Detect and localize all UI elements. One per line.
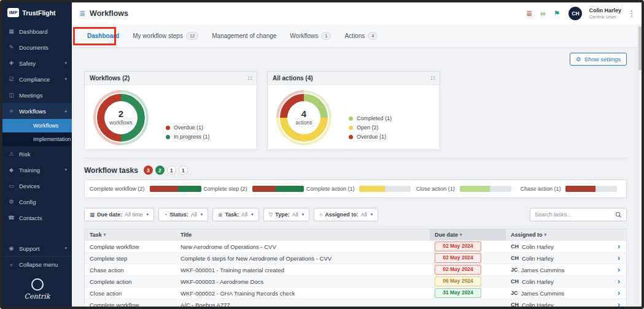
progress-bar	[565, 186, 617, 192]
sidebar-item-documents[interactable]: Documents	[2, 39, 72, 55]
user-role: Centrik User	[589, 14, 621, 20]
row-chevron-icon[interactable]	[618, 254, 620, 262]
row-chevron-icon[interactable]	[618, 289, 620, 297]
column-header[interactable]: Title	[176, 229, 430, 240]
sidebar-item-collapse-menu[interactable]: Collapse menu	[2, 256, 72, 272]
progress-label: Complete step (2)	[203, 186, 247, 192]
sidebar-subitem-workflows[interactable]: Workflows	[2, 119, 72, 132]
forms-icon[interactable]	[526, 9, 532, 18]
progress-segment	[385, 186, 411, 192]
filter-assigned-to[interactable]: Assigned to: All	[314, 208, 378, 221]
due-date-badge: 02 May 2024	[435, 265, 481, 274]
sidebar-item-risk[interactable]: Risk	[2, 146, 72, 162]
workflows-header-icon	[79, 9, 85, 18]
tab-workflows[interactable]: Workflows 1	[283, 25, 338, 47]
summary-cards: Workflows (2) 2 workflows	[84, 71, 627, 150]
task-count-badge: 1	[179, 166, 188, 175]
sidebar-item-support[interactable]: Support	[2, 240, 72, 256]
sidebar-item-compliance[interactable]: Compliance	[2, 71, 72, 87]
legend-item: Overdue (1)	[349, 134, 392, 140]
progress-label: Complete workflow (2)	[90, 186, 145, 192]
column-header[interactable]: Assigned to	[506, 229, 626, 240]
task-title: New Aerodrome of Operations - CVV	[180, 243, 276, 250]
table-row[interactable]: Complete workflow New Aerodrome of Opera…	[85, 240, 626, 252]
progress-segment	[460, 186, 490, 192]
row-chevron-icon[interactable]	[618, 266, 620, 273]
sidebar-item-label: Dashboard	[19, 28, 47, 35]
filter-task[interactable]: Task: All	[212, 208, 259, 221]
chevron-icon	[64, 77, 67, 82]
assignee-initials: CH	[511, 255, 519, 261]
sidebar-nav: Dashboard Documents Safety Co	[2, 23, 72, 226]
sidebar-item-contacts[interactable]: Contacts	[2, 210, 72, 226]
show-settings-button[interactable]: Show settings	[570, 53, 627, 66]
filter-label: Type:	[275, 212, 289, 218]
task-title: WKF-000001 - Training material created	[180, 267, 284, 273]
card-title: Workflows (2)	[90, 75, 130, 82]
progress-segment	[565, 186, 596, 192]
sidebar-item-workflows[interactable]: Workflows	[2, 103, 72, 119]
sidebar-item-training[interactable]: Training	[2, 162, 72, 178]
sidebar-footer-nav: Support Collapse menu	[2, 240, 72, 272]
donut-label: workflows	[109, 120, 132, 126]
sidebar-item-config[interactable]: Config	[2, 194, 72, 210]
tab-my-workflow-steps[interactable]: My workflow steps 12	[126, 25, 205, 47]
drag-handle-icon[interactable]	[431, 75, 435, 82]
search-box	[530, 208, 627, 221]
contacts-icon	[7, 215, 15, 221]
sidebar-item-dashboard[interactable]: Dashboard	[2, 23, 72, 39]
dashboard-icon	[7, 28, 15, 34]
tab-actions[interactable]: Actions 4	[338, 25, 384, 47]
person-icon	[319, 212, 322, 218]
link-icon[interactable]	[540, 9, 546, 18]
legend-item: In progress (1)	[166, 134, 210, 140]
sidebar-item-meetings[interactable]: Meetings	[2, 87, 72, 103]
row-chevron-icon[interactable]	[618, 278, 620, 285]
column-header[interactable]: Task	[85, 229, 176, 240]
filter-type[interactable]: Type: All	[263, 208, 309, 221]
sidebar-subitem-implementation[interactable]: Implementation	[2, 132, 72, 146]
user-avatar[interactable]: CH	[568, 7, 582, 20]
scrollbar-thumb[interactable]	[638, 26, 642, 71]
scrollbar[interactable]	[637, 25, 642, 307]
sidebar-item-label: Workflows	[19, 108, 46, 115]
row-chevron-icon[interactable]	[618, 301, 620, 307]
progress-segment	[490, 186, 511, 192]
filter-status[interactable]: Status: All	[158, 208, 208, 221]
search-input[interactable]	[535, 212, 615, 218]
table-row[interactable]: Chase action WKF-000001 - Training mater…	[85, 264, 626, 275]
table-row[interactable]: Complete action WKF-000003 - Aerodrome D…	[85, 275, 626, 287]
drag-handle-icon[interactable]	[248, 75, 252, 82]
column-header[interactable]: Due date	[430, 229, 506, 240]
chevron-down-icon	[302, 212, 305, 217]
sidebar-item-devices[interactable]: Devices	[2, 178, 72, 194]
tab-management-of-change[interactable]: Management of change	[205, 25, 283, 47]
progress-segment	[596, 186, 617, 192]
filter-value: All	[292, 212, 298, 218]
table-row[interactable]: Complete workflow A/C - Boebus A777 CH C…	[85, 299, 626, 307]
documents-icon	[7, 44, 15, 50]
megaphone-icon[interactable]	[554, 9, 561, 18]
progress-summary: Complete workflow (2) Complete step (2)	[84, 180, 627, 198]
sidebar-item-label: Documents	[19, 44, 48, 51]
legend-item: Open (2)	[349, 124, 392, 131]
filter-value: All	[191, 212, 197, 218]
table-row[interactable]: Close action WKF-000002 - GHA Training R…	[85, 287, 626, 299]
tab-badge: 4	[368, 32, 378, 40]
task-type: Complete action	[90, 278, 132, 285]
support-icon	[7, 245, 15, 251]
sort-icon	[460, 232, 462, 237]
tab-dashboard[interactable]: Dashboard	[80, 25, 126, 47]
row-chevron-icon[interactable]	[618, 243, 620, 250]
filter-due-date[interactable]: Due date: All time	[84, 208, 154, 221]
card-title: All actions (4)	[273, 75, 313, 82]
task-type: Chase action	[90, 267, 123, 273]
sidebar-item-safety[interactable]: Safety	[2, 55, 72, 71]
table-header: Task Title Due date Assigned to	[85, 229, 626, 240]
chevron-down-icon	[251, 212, 254, 217]
progress-segment	[359, 186, 385, 192]
kebab-menu-icon[interactable]	[628, 9, 635, 18]
search-icon	[615, 212, 622, 218]
table-row[interactable]: Complete step Complete 6 steps for New A…	[85, 252, 626, 264]
centrik-brand: Centrik	[2, 272, 72, 307]
